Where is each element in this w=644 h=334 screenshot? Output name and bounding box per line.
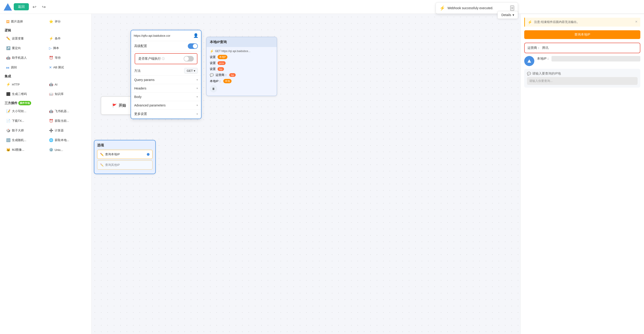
sidebar-item-abtest[interactable]: ✕ AB 测试 xyxy=(46,63,88,72)
lightning-icon: ⚡ xyxy=(210,49,214,53)
sidebar-item-feishu[interactable]: 🤖 飞书机器... xyxy=(46,107,88,115)
sidebar-item-label: AB 测试 xyxy=(53,65,64,70)
headers-chevron: ▾ xyxy=(196,87,198,90)
sidebar-item-http[interactable]: ⚡ HTTP xyxy=(4,80,45,89)
headers-label: Headers xyxy=(134,86,146,90)
query-local-ip-button[interactable]: 查询本地IP xyxy=(524,30,640,39)
notice-icon: ⚡ xyxy=(528,20,532,24)
sidebar-item-get-local[interactable]: 🌐 获取本地... xyxy=(46,136,88,144)
uppercase-icon: 📝 xyxy=(6,109,10,113)
sidebar-plugins-items: 📝 大小写转... 🤖 飞书机器... 📄 下载TX... ⏰ 获取当前... … xyxy=(4,107,88,154)
sidebar-item-ai[interactable]: 🤖 AI xyxy=(46,80,88,89)
details-dropdown[interactable]: Details ▾ xyxy=(498,11,518,19)
sidebar-item-label: 下载TX... xyxy=(12,119,24,123)
sidebar-item-script[interactable]: ▷ 脚本 xyxy=(46,44,88,52)
webhook-close-button[interactable]: ✕ xyxy=(510,6,514,11)
notice-close-icon[interactable]: ✕ xyxy=(635,20,638,23)
undo-button[interactable]: ↩ xyxy=(31,3,38,11)
sidebar-item-uppercase[interactable]: 📝 大小写转... xyxy=(4,107,45,115)
condition-icon: ⚡ xyxy=(49,37,53,41)
ip-localip-row: 本地IP： 本地 xyxy=(210,79,274,83)
sidebar-item-calculator[interactable]: ➗ 计算器 xyxy=(46,126,88,135)
sidebar-item-assistant[interactable]: 🤖 助手机器人 xyxy=(4,54,45,62)
sidebar-item-knowledge[interactable]: 📖 知识库 xyxy=(46,90,88,98)
sidebar-item-unix[interactable]: ⚙️ Unix... xyxy=(46,146,88,154)
more-settings-chevron: ▾ xyxy=(196,112,198,116)
sidebar-item-label: HTTP xyxy=(12,83,20,86)
advanced-config-toggle[interactable] xyxy=(188,43,198,49)
mj-icon: 🐱 xyxy=(6,148,10,152)
ip-api-text: GET https://qi api.baidubce... xyxy=(215,50,250,53)
set-var-icon: ✏️ xyxy=(6,37,10,41)
ip-input-placeholder[interactable]: 请输入你要查询... xyxy=(527,77,638,85)
ai-icon: 🤖 xyxy=(49,82,53,86)
result-localip-label: 本地IP： xyxy=(537,57,550,61)
sidebar-item-label: 生成随机... xyxy=(12,138,26,142)
script-icon: ▷ xyxy=(49,46,52,50)
sidebar-item-get-current[interactable]: ⏰ 获取当前... xyxy=(46,117,88,125)
image-select-icon: 🖼 xyxy=(6,20,10,24)
sidebar: 🖼 图片选择 ⭐ 评分 逻辑 ✏️ 设置变量 ⚡ 条件 ↗️ 重定向 ▷ 脚本 … xyxy=(0,14,92,334)
badge-lsp: lsp xyxy=(218,67,224,71)
sidebar-item-wait[interactable]: ⏰ 等待 xyxy=(46,54,88,62)
sidebar-item-set-var[interactable]: ✏️ 设置变量 xyxy=(4,34,45,43)
sidebar-item-label: Unix... xyxy=(55,148,63,152)
sidebar-item-label: 生成二维码 xyxy=(12,92,27,96)
body-row[interactable]: Body ▾ xyxy=(131,93,201,101)
method-select[interactable]: GET ▾ xyxy=(184,68,198,74)
user-icon[interactable]: 👤 xyxy=(193,33,198,38)
option-node-title: 选项 xyxy=(97,143,152,147)
client-exec-row: 是否客户端执行 ⓘ xyxy=(133,53,199,64)
option-item-1[interactable]: ✏️ 查询其他IP xyxy=(97,160,152,170)
qrcode-icon: ⬛ xyxy=(6,92,10,96)
ip-input-label: 💬 请输入要查询的IP地 xyxy=(527,72,638,76)
sidebar-item-jump[interactable]: ⏭ 跳转 xyxy=(4,63,45,72)
sidebar-item-label: 骰子大师 xyxy=(12,128,24,133)
random-icon: 🔢 xyxy=(6,138,10,142)
sidebar-item-mj[interactable]: 🐱 MJ图像... xyxy=(4,146,45,154)
rating-icon: ⭐ xyxy=(49,20,53,24)
body-label: Body xyxy=(134,95,142,99)
url-row: https://qifu-api.baidubce.cor 👤 xyxy=(131,30,201,41)
advanced-params-row[interactable]: Advanced parameters ▾ xyxy=(131,101,201,110)
sidebar-item-label: 获取当前... xyxy=(55,119,69,123)
more-settings-row[interactable]: 更多设置 ▾ xyxy=(131,110,201,119)
sidebar-item-label: 等待 xyxy=(55,56,61,60)
return-button[interactable]: 返回 xyxy=(14,3,29,10)
sidebar-item-label: 脚本 xyxy=(53,46,59,50)
method-label: 方法 xyxy=(134,69,140,73)
client-exec-toggle[interactable] xyxy=(184,56,194,62)
sidebar-item-qrcode[interactable]: ⬛ 生成二维码 xyxy=(4,90,45,98)
download-icon: 📄 xyxy=(6,119,10,123)
sidebar-integration-items: ⚡ HTTP 🤖 AI ⬛ 生成二维码 📖 知识库 xyxy=(4,80,88,98)
sidebar-item-rating[interactable]: ⭐ 评分 xyxy=(46,18,88,26)
details-label: Details xyxy=(501,13,511,17)
sidebar-item-dice[interactable]: 🎲 骰子大师 xyxy=(4,126,45,135)
knowledge-icon: 📖 xyxy=(49,92,53,96)
ip-query-node-content: ⚡ GET https://qi api.baidubce... 设置 本地P … xyxy=(206,47,277,96)
http-config-card: https://qifu-api.baidubce.cor 👤 高级配置 是否客… xyxy=(130,30,202,119)
badge-localip: 本地P xyxy=(218,55,228,59)
redo-button[interactable]: ↪ xyxy=(40,3,48,11)
result-localip-field xyxy=(552,56,640,62)
query-params-row[interactable]: Query params ▾ xyxy=(131,76,201,84)
url-text[interactable]: https://qifu-api.baidubce.cor xyxy=(134,34,192,37)
sidebar-item-image-select[interactable]: 🖼 图片选择 xyxy=(4,18,45,26)
sidebar-item-label: 计算器 xyxy=(55,128,64,133)
calculator-icon: ➗ xyxy=(49,128,53,133)
sidebar-item-random[interactable]: 🔢 生成随机... xyxy=(4,136,45,144)
get-local-icon: 🌐 xyxy=(49,138,53,142)
sidebar-item-label: MJ图像... xyxy=(12,148,24,152)
pause-button[interactable]: ⏸ xyxy=(210,85,217,92)
jump-icon: ⏭ xyxy=(6,66,10,70)
query-params-label: Query params xyxy=(134,78,154,82)
sidebar-item-redirect[interactable]: ↗️ 重定向 xyxy=(4,44,45,52)
sidebar-item-download[interactable]: 📄 下载TX... xyxy=(4,117,45,125)
option-item-0[interactable]: ✏️ 查询本地IP xyxy=(97,150,152,159)
sidebar-item-condition[interactable]: ⚡ 条件 xyxy=(46,34,88,43)
plugins-market-badge[interactable]: 插件市场 xyxy=(18,101,31,105)
headers-row[interactable]: Headers ▾ xyxy=(131,84,201,93)
abtest-icon: ✕ xyxy=(49,65,52,70)
ip-query-node-header: 本地IP查询 xyxy=(206,37,277,47)
start-node-icon: 🚩 xyxy=(112,103,117,108)
